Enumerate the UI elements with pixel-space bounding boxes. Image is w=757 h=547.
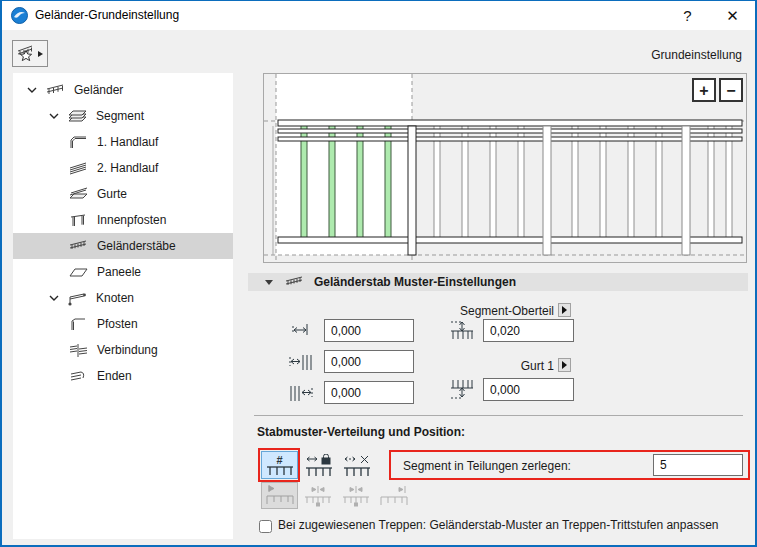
division-count-input[interactable]	[653, 454, 743, 476]
inner-posts-icon	[69, 213, 92, 228]
right-spacing-icon	[288, 383, 314, 405]
justify-end-icon	[379, 485, 409, 507]
zoom-out-button[interactable]: −	[719, 78, 743, 102]
first-baluster-offset-input[interactable]	[324, 319, 414, 342]
tree-item-2-handlauf[interactable]: 2. Handlauf	[13, 155, 233, 181]
connection-icon	[69, 343, 92, 358]
spacing-lock-icon	[305, 454, 333, 466]
left-spacing-input[interactable]	[324, 350, 414, 373]
dialog-toolbar: Grundeinstellung	[2, 30, 755, 73]
favorites-railing-star-icon	[16, 44, 44, 63]
settings-tree: Geländer Segment 1. Handlauf 2. Handlauf…	[13, 73, 233, 539]
tree-item-verbindung[interactable]: Verbindung	[13, 337, 233, 363]
division-label: Segment in Teilungen zerlegen:	[403, 459, 571, 473]
balusters-icon	[285, 275, 304, 290]
tree-item-innenpfosten[interactable]: Innenpfosten	[13, 207, 233, 233]
center-division-toggle[interactable]	[337, 482, 374, 509]
top-offset-input[interactable]	[483, 319, 574, 342]
title-bar: Geländer-Grundeinstellung ? ✕	[2, 1, 755, 30]
flexible-spacing-toggle[interactable]	[338, 451, 375, 479]
panels-icon	[69, 265, 92, 280]
center-pattern-toggle[interactable]	[299, 482, 336, 509]
tree-item-gurte[interactable]: Gurte	[13, 181, 233, 207]
fixed-spacing-toggle[interactable]	[300, 451, 337, 479]
left-spacing-icon	[288, 352, 314, 374]
tree-item-paneele[interactable]: Paneele	[13, 259, 233, 285]
tree-item-gelaender[interactable]: Geländer	[13, 77, 233, 103]
pattern-section-title: Geländerstab Muster-Einstellungen	[314, 275, 516, 289]
balusters-icon	[69, 239, 92, 254]
highlight-divide-toggle	[258, 448, 300, 482]
justify-start-toggle[interactable]	[261, 482, 298, 509]
node-icon	[68, 291, 91, 306]
first-baluster-offset-icon	[290, 321, 314, 343]
tree-item-pfosten[interactable]: Pfosten	[13, 311, 233, 337]
stair-option-label: Bei zugewiesenen Treppen: Geländerstab-M…	[278, 518, 718, 532]
close-button[interactable]: ✕	[710, 1, 755, 30]
distribution-title: Stabmuster-Verteilung und Position:	[257, 425, 465, 439]
gurt1-flyout-label: Gurt 1	[432, 359, 554, 373]
top-offset-icon	[449, 319, 476, 342]
handrail-2-icon	[69, 161, 92, 176]
chevron-down-icon[interactable]	[27, 85, 46, 95]
mode-label: Grundeinstellung	[651, 48, 742, 62]
chevron-down-icon[interactable]	[49, 293, 68, 303]
chevron-down-icon[interactable]	[49, 111, 68, 121]
center-division-icon	[341, 485, 371, 507]
baluster-comb-icon	[343, 466, 371, 477]
ends-icon	[69, 369, 92, 384]
railing-preview[interactable]: + −	[263, 73, 747, 263]
segment-top-flyout-button[interactable]	[558, 303, 571, 317]
stair-option-checkbox[interactable]	[259, 520, 272, 533]
highlight-division-field: Segment in Teilungen zerlegen:	[389, 450, 750, 480]
help-button[interactable]: ?	[665, 1, 710, 30]
justify-end-toggle[interactable]	[375, 482, 412, 509]
center-pattern-icon	[303, 485, 333, 507]
handrail-1-icon	[69, 135, 92, 150]
bottom-offset-icon	[449, 378, 476, 401]
zoom-in-button[interactable]: +	[692, 78, 716, 102]
bottom-offset-input[interactable]	[483, 378, 574, 401]
tree-item-gelaenderstaebe[interactable]: Geländerstäbe	[13, 233, 233, 259]
spacing-free-icon	[343, 454, 371, 466]
flyout-arrow-icon	[562, 306, 567, 314]
favorites-button[interactable]	[12, 40, 48, 67]
tree-item-1-handlauf[interactable]: 1. Handlauf	[13, 129, 233, 155]
justify-start-icon	[265, 484, 295, 506]
stair-option-row: Bei zugewiesenen Treppen: Geländerstab-M…	[259, 518, 718, 533]
gurt1-flyout-button[interactable]	[558, 358, 571, 372]
segment-top-flyout-label: Segment-Oberteil	[432, 304, 554, 318]
window-title: Geländer-Grundeinstellung	[35, 8, 179, 22]
railing-preview-drawing	[264, 74, 746, 262]
rails-icon	[69, 187, 92, 202]
post-icon	[69, 317, 92, 332]
tree-item-segment[interactable]: Segment	[13, 103, 233, 129]
railing-settings-dialog: Geländer-Grundeinstellung ? ✕ Grundeinst…	[0, 0, 757, 547]
railing-icon	[46, 83, 69, 98]
flyout-arrow-icon	[562, 361, 567, 369]
collapse-triangle-icon	[265, 280, 273, 285]
baluster-comb-icon	[305, 466, 333, 477]
tree-item-enden[interactable]: Enden	[13, 363, 233, 389]
section-separator	[254, 415, 743, 416]
pattern-section-header[interactable]: Geländerstab Muster-Einstellungen	[248, 273, 748, 291]
tree-item-knoten[interactable]: Knoten	[13, 285, 233, 311]
segment-icon	[68, 109, 91, 124]
archicad-logo-icon	[11, 7, 28, 24]
right-spacing-input[interactable]	[324, 381, 414, 404]
